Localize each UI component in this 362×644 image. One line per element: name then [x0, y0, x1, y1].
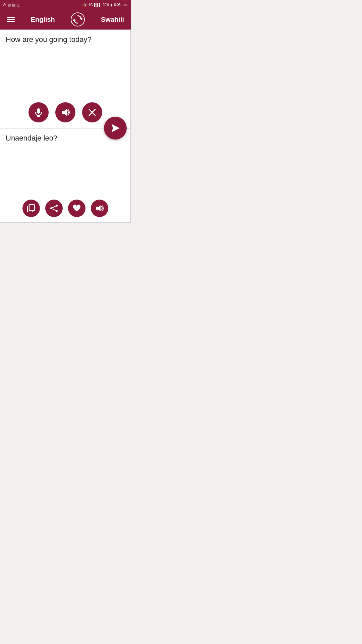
time: 8:05 p.m. [114, 3, 128, 7]
sim-icon: ▦ [7, 3, 11, 7]
speak-source-button[interactable] [55, 102, 75, 122]
heart-icon [72, 204, 81, 213]
svg-marker-15 [96, 205, 101, 211]
whatsapp-icon: ∅ [3, 3, 6, 7]
hamburger-icon [7, 19, 15, 20]
svg-point-10 [56, 205, 58, 207]
target-language[interactable]: Swahili [101, 16, 124, 23]
close-icon [88, 108, 97, 117]
speak-output-button[interactable] [91, 200, 108, 217]
source-text-input[interactable]: How are you going today? [0, 30, 130, 97]
source-language[interactable]: English [31, 16, 55, 23]
battery-shape: ▮ [111, 3, 113, 7]
hamburger-icon [7, 17, 15, 18]
clear-button[interactable] [82, 102, 102, 122]
favorite-button[interactable] [68, 200, 85, 217]
app-header: English Swahili [0, 9, 131, 30]
gallery-icon: ▨ [12, 3, 15, 7]
mic-button[interactable] [28, 102, 49, 122]
mic-icon [34, 108, 43, 117]
menu-button[interactable] [7, 17, 15, 22]
svg-line-13 [52, 206, 56, 208]
copy-button[interactable] [22, 200, 40, 217]
swap-icon [73, 15, 82, 24]
translate-button[interactable] [104, 117, 127, 140]
copy-icon [27, 204, 36, 213]
hamburger-icon [7, 21, 15, 22]
bottom-background [0, 223, 131, 263]
signal-icon: ▌▌▌ [94, 3, 101, 7]
status-bar: ∅ ▦ ▨ △ 🔇 4G ▌▌▌ 20% ▮ 8:05 p.m. [0, 0, 131, 9]
svg-point-12 [56, 210, 58, 212]
share-icon [50, 204, 58, 213]
share-button[interactable] [45, 200, 63, 217]
status-right-info: 🔇 4G ▌▌▌ 20% ▮ 8:05 p.m. [83, 3, 128, 7]
status-left-icons: ∅ ▦ ▨ △ [3, 3, 19, 7]
svg-point-11 [50, 207, 52, 209]
battery-icon: 20% [103, 3, 109, 7]
input-panel: How are you going today? [0, 30, 131, 128]
mute-icon: 🔇 [83, 3, 87, 7]
speaker-icon [61, 108, 70, 117]
output-panel: Unaendaje leo? [0, 128, 131, 223]
send-icon [110, 123, 120, 133]
hd-badge: 4G [88, 3, 93, 7]
svg-rect-8 [29, 205, 35, 211]
svg-rect-0 [37, 108, 40, 114]
svg-marker-6 [112, 124, 120, 132]
svg-marker-3 [62, 109, 67, 116]
swap-languages-button[interactable] [71, 12, 85, 26]
svg-line-14 [52, 209, 56, 211]
warning-icon: △ [17, 3, 19, 7]
output-action-bar [0, 196, 130, 222]
speaker-output-icon [95, 204, 104, 213]
